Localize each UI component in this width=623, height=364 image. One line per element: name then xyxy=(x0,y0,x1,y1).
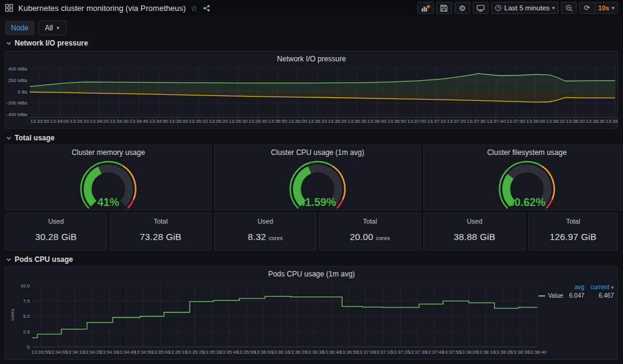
panel-title-memory-gauge[interactable]: Cluster memory usage xyxy=(5,148,211,157)
svg-text:13:35:10: 13:35:10 xyxy=(189,118,209,124)
cycle-view-tv-button[interactable] xyxy=(473,2,489,14)
stat-value: 30.28 GiB xyxy=(5,232,106,242)
chevron-down-icon xyxy=(6,258,12,262)
svg-text:0: 0 xyxy=(27,345,30,350)
svg-text:400 MBs: 400 MBs xyxy=(8,66,27,72)
svg-text:41%: 41% xyxy=(97,196,119,208)
stat-value: 8.32 cores xyxy=(215,232,316,242)
chevron-down-icon: ▾ xyxy=(611,284,614,290)
panel-title-network[interactable]: Network I/O pressure xyxy=(5,55,618,63)
network-io-chart[interactable]: 13:33:5013:34:0013:34:1013:34:2013:34:30… xyxy=(7,64,618,127)
stat-value: 20.00 cores xyxy=(319,232,420,242)
svg-text:13:38:30: 13:38:30 xyxy=(586,118,605,124)
panel-gauge-memory: Cluster memory usage 41% xyxy=(5,145,212,210)
time-range-label: Last 5 minutes xyxy=(504,4,550,12)
svg-text:13:36:30: 13:36:30 xyxy=(347,118,367,124)
svg-text:13:34:50: 13:34:50 xyxy=(134,349,153,355)
grafana-dashboard: Kubernetes cluster monitoring (via Prome… xyxy=(0,0,623,364)
section-label: Total usage xyxy=(15,134,55,142)
svg-text:13:36:20: 13:36:20 xyxy=(288,349,308,355)
svg-text:13:36:10: 13:36:10 xyxy=(271,349,290,355)
dashboard-grid-icon[interactable] xyxy=(5,4,13,12)
share-icon[interactable] xyxy=(203,4,211,12)
svg-text:41.59%: 41.59% xyxy=(299,196,336,208)
svg-text:13:34:00: 13:34:00 xyxy=(49,349,68,355)
svg-text:7.5: 7.5 xyxy=(23,298,30,304)
svg-text:13:33:50: 13:33:50 xyxy=(31,349,50,355)
stat-memory-used: Used 30.28 GiB xyxy=(5,213,107,250)
svg-text:13:37:20: 13:37:20 xyxy=(391,349,410,355)
svg-text:13:37:40: 13:37:40 xyxy=(425,349,445,355)
svg-text:13:37:30: 13:37:30 xyxy=(467,118,486,124)
svg-text:13:34:30: 13:34:30 xyxy=(110,118,129,124)
stat-memory-total: Total 73.28 GiB xyxy=(110,213,212,250)
section-pods-cpu[interactable]: Pods CPU usage xyxy=(6,255,73,264)
refresh-button[interactable]: ⟳ xyxy=(579,2,595,14)
svg-text:13:37:30: 13:37:30 xyxy=(408,349,427,355)
svg-text:13:38:10: 13:38:10 xyxy=(476,349,496,355)
panel-pods-cpu: Pods CPU usage (1m avg) 13:33:5013:34:00… xyxy=(5,266,618,360)
panel-title-filesystem-gauge[interactable]: Cluster filesystem usage xyxy=(424,148,623,157)
save-dashboard-button[interactable] xyxy=(436,2,452,14)
section-total-usage[interactable]: Total usage xyxy=(6,134,55,142)
memory-usage-gauge: 41% xyxy=(57,160,160,211)
refresh-interval-dropdown[interactable]: 10s ▾ xyxy=(595,2,618,14)
filesystem-usage-gauge: 30.62% xyxy=(475,160,579,211)
stat-cpu-used: Used 8.32 cores xyxy=(214,213,316,250)
svg-text:13:34:50: 13:34:50 xyxy=(149,118,169,124)
stat-filesystem-used: Used 38.88 GiB xyxy=(423,213,526,250)
stat-value: 38.88 GiB xyxy=(424,232,525,242)
variable-node-dropdown[interactable]: All ▾ xyxy=(38,21,66,35)
svg-text:13:38:00: 13:38:00 xyxy=(459,349,479,355)
section-network-io[interactable]: Network I/O pressure xyxy=(6,39,88,47)
svg-text:10.0: 10.0 xyxy=(20,283,30,289)
stat-value: 73.28 GiB xyxy=(110,232,211,242)
legend-series-value[interactable]: Value xyxy=(538,292,563,299)
time-range-picker[interactable]: Last 5 minutes ▾ xyxy=(491,2,559,14)
series-color-dash xyxy=(538,295,545,297)
legend-current-header[interactable]: current ▾ xyxy=(585,284,614,292)
svg-text:13:38:30: 13:38:30 xyxy=(510,349,530,355)
svg-text:13:38:10: 13:38:10 xyxy=(546,118,566,124)
svg-text:13:35:10: 13:35:10 xyxy=(169,349,188,355)
svg-text:13:34:20: 13:34:20 xyxy=(83,349,102,355)
stat-filesystem-total: Total 126.97 GiB xyxy=(528,213,618,250)
svg-text:-400 MBs: -400 MBs xyxy=(7,112,27,117)
section-label: Network I/O pressure xyxy=(15,39,88,47)
svg-text:13:36:20: 13:36:20 xyxy=(328,118,347,124)
svg-text:13:34:40: 13:34:40 xyxy=(130,118,149,124)
svg-text:13:35:20: 13:35:20 xyxy=(209,118,228,124)
svg-text:13:38:20: 13:38:20 xyxy=(493,349,513,355)
zoom-out-button[interactable] xyxy=(561,2,577,14)
stat-label: Used xyxy=(5,218,106,225)
pods-cpu-chart[interactable]: 13:33:5013:34:0013:34:1013:34:2013:34:30… xyxy=(7,276,618,359)
svg-text:13:34:10: 13:34:10 xyxy=(70,118,89,124)
svg-text:13:36:40: 13:36:40 xyxy=(322,349,342,355)
svg-text:0 Bs: 0 Bs xyxy=(18,89,27,95)
dashboard-title[interactable]: Kubernetes cluster monitoring (via Prome… xyxy=(18,4,186,13)
svg-text:13:34:10: 13:34:10 xyxy=(66,349,85,355)
stat-label: Total xyxy=(529,218,618,225)
svg-text:13:38:40: 13:38:40 xyxy=(527,349,547,355)
stat-cpu-total: Total 20.00 cores xyxy=(319,213,421,250)
svg-text:13:37:50: 13:37:50 xyxy=(442,349,462,355)
star-icon[interactable]: ☆ xyxy=(190,4,198,12)
svg-text:13:35:00: 13:35:00 xyxy=(151,349,170,355)
svg-text:13:36:50: 13:36:50 xyxy=(339,349,359,355)
svg-text:13:34:30: 13:34:30 xyxy=(100,349,119,355)
legend-current-value: 6.467 xyxy=(585,292,614,299)
top-navbar: Kubernetes cluster monitoring (via Prome… xyxy=(0,0,623,16)
svg-text:13:33:50: 13:33:50 xyxy=(30,118,50,124)
add-panel-button[interactable] xyxy=(417,2,434,14)
refresh-interval-label: 10s xyxy=(598,4,609,12)
panel-gauge-filesystem: Cluster filesystem usage 30.62% xyxy=(423,145,623,210)
panel-title-cpu-gauge[interactable]: Cluster CPU usage (1m avg) xyxy=(215,148,420,157)
svg-text:13:34:20: 13:34:20 xyxy=(90,118,110,124)
settings-gear-button[interactable]: ⚙ xyxy=(454,2,470,14)
svg-text:13:38:20: 13:38:20 xyxy=(566,118,585,124)
chevron-down-icon: ▾ xyxy=(57,26,60,31)
variable-node-label: Node xyxy=(5,21,35,35)
legend-avg-header[interactable]: avg xyxy=(563,284,585,292)
panel-gauge-cpu: Cluster CPU usage (1m avg) 41.59% xyxy=(214,145,421,210)
stat-label: Used xyxy=(215,218,316,225)
